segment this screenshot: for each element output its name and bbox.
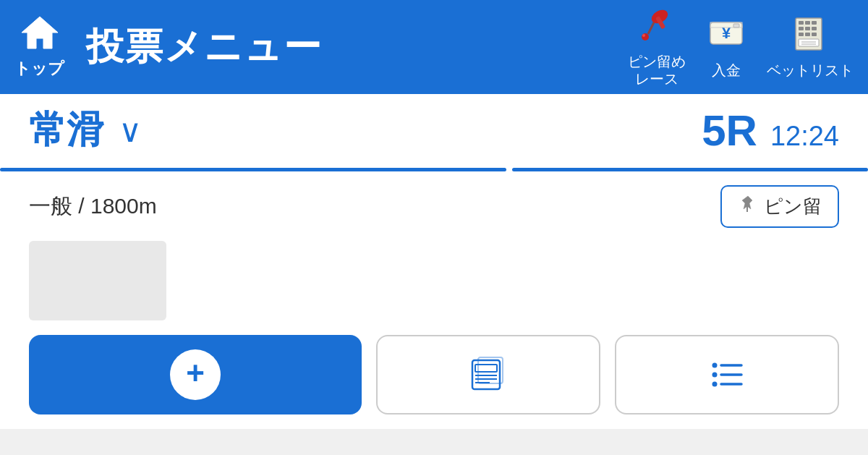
venue-race-bar: 常滑 ∨ 5R 12:24 [0, 94, 868, 166]
svg-line-4 [648, 22, 654, 34]
svg-point-5 [642, 33, 649, 41]
divider-bar [0, 166, 868, 172]
svg-rect-17 [812, 27, 817, 30]
svg-point-6 [642, 34, 645, 37]
news-button[interactable] [376, 335, 600, 414]
venue-dropdown-button[interactable]: ∨ [119, 112, 142, 149]
add-bet-plus-icon: + [186, 357, 205, 389]
svg-rect-21 [799, 39, 819, 46]
deposit-icon: ¥ [707, 15, 745, 59]
race-thumbnail [29, 241, 166, 320]
page-title: 投票メニュー [86, 22, 628, 72]
bet-list-icon [791, 15, 829, 59]
race-number: 5R [702, 106, 757, 156]
add-bet-button[interactable]: + [29, 335, 362, 414]
divider-left [0, 168, 506, 171]
svg-rect-20 [812, 33, 817, 36]
race-time: 12:24 [770, 121, 839, 152]
svg-rect-19 [805, 33, 810, 36]
race-details-row: 一般 / 1800m ピン留 [29, 172, 839, 235]
deposit-label: 入金 [712, 61, 741, 79]
svg-rect-12 [799, 21, 804, 25]
top-nav-label: トップ [14, 58, 64, 80]
list-icon [708, 356, 746, 394]
pin-race-button-label: ピン留 [764, 194, 822, 219]
bottom-buttons-row: + [29, 335, 839, 414]
svg-rect-13 [805, 21, 810, 25]
deposit-button[interactable]: ¥ 入金 [707, 15, 745, 79]
pin-small-icon [738, 195, 757, 218]
news-icon [468, 354, 509, 395]
pin-icon [638, 7, 676, 50]
main-content: 一般 / 1800m ピン留 + [0, 172, 868, 429]
home-nav[interactable]: トップ [14, 15, 64, 80]
app-header: トップ 投票メニュー ピン留めレース [0, 0, 868, 94]
bet-list-label: ベットリスト [767, 61, 854, 79]
pin-race-label: ピン留めレース [628, 53, 686, 88]
svg-point-36 [712, 382, 718, 387]
bet-list-button[interactable]: ベットリスト [767, 15, 854, 79]
race-category: 一般 / 1800m [29, 192, 157, 221]
divider-right [512, 168, 868, 171]
header-actions: ピン留めレース ¥ 入金 [628, 7, 854, 88]
add-bet-circle: + [170, 349, 221, 400]
race-info: 5R 12:24 [702, 106, 839, 156]
home-icon [20, 15, 59, 55]
pin-race-button[interactable]: ピン留めレース [628, 7, 686, 88]
pin-race-detail-button[interactable]: ピン留 [720, 185, 839, 228]
svg-rect-16 [805, 27, 810, 30]
svg-rect-15 [799, 27, 804, 30]
svg-marker-0 [22, 17, 58, 48]
svg-text:¥: ¥ [722, 24, 731, 42]
svg-rect-14 [812, 21, 817, 25]
venue-name[interactable]: 常滑 [29, 105, 104, 156]
svg-point-34 [712, 363, 718, 368]
svg-rect-10 [733, 24, 739, 27]
svg-rect-18 [799, 33, 804, 36]
svg-point-35 [712, 373, 718, 378]
list-button[interactable] [615, 335, 839, 414]
